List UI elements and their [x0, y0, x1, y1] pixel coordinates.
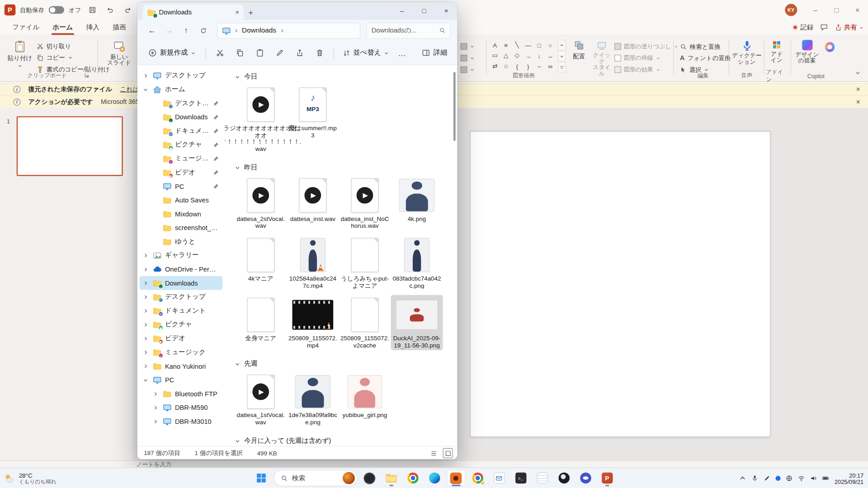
design-ideas-button[interactable]: デザインの提案 — [793, 38, 821, 64]
powerpoint-icon[interactable]: P — [598, 470, 617, 487]
details-pane-button[interactable]: 詳細 — [417, 44, 452, 61]
sidebar-item-Bluetooth FTP[interactable]: Bluetooth FTP — [140, 387, 223, 401]
user-avatar[interactable]: KY — [785, 4, 797, 16]
sidebar-item-ミュージック[interactable]: ♪ミュージック — [140, 152, 223, 166]
sidebar-item-Mixdown[interactable]: Mixdown — [140, 207, 223, 221]
shape-tool-icon[interactable]: { — [511, 61, 522, 71]
chevron-right-icon[interactable] — [142, 73, 149, 78]
copy-icon[interactable] — [230, 44, 249, 61]
shape-tool-icon[interactable]: ◇ — [511, 50, 522, 61]
shape-tool-icon[interactable]: ~ — [533, 61, 544, 71]
sidebar-item-ピクチャ[interactable]: ▣ピクチャ — [140, 318, 223, 332]
edge-icon[interactable] — [425, 470, 444, 487]
file-item[interactable]: ♪MP3夏はsummer!!.mp3 — [287, 84, 339, 154]
file-item[interactable]: ▶dattesa_2stVocal.wav — [235, 175, 287, 230]
shape-tool-icon[interactable]: □ — [533, 40, 544, 50]
record-button[interactable]: 記録 — [793, 23, 813, 31]
file-item[interactable]: 1de7e38a09fa9bce.png — [287, 372, 339, 427]
shape-tool-icon[interactable]: — — [523, 40, 533, 50]
explorer-search-input[interactable]: Downloadsの... — [367, 23, 451, 39]
file-item[interactable]: 4k.png — [391, 175, 443, 230]
more-options-icon[interactable]: … — [394, 44, 410, 61]
breadcrumb-item-downloads[interactable]: Downloads — [242, 27, 276, 34]
shape-tool-icon[interactable]: → — [523, 50, 533, 61]
file-item[interactable]: 4kマニア — [235, 235, 287, 290]
sidebar-item-Auto Saves[interactable]: Auto Saves — [140, 193, 223, 207]
search-icon[interactable] — [439, 27, 446, 34]
back-button[interactable]: ← — [144, 23, 159, 38]
dictation-button[interactable]: ディクテーション — [732, 38, 762, 65]
autosave-toggle[interactable] — [49, 6, 64, 14]
notes-bar[interactable]: ノートを入力 — [0, 460, 868, 468]
file-item[interactable]: 102584a8ea0c247c.mp4 — [287, 235, 339, 290]
ppt-minimize-button[interactable]: – — [805, 0, 826, 20]
chevron-right-icon[interactable] — [142, 363, 149, 369]
ribbon-tab-挿入[interactable]: 挿入 — [80, 20, 106, 35]
notification-close-icon[interactable]: × — [856, 98, 860, 106]
explorer-minimize-button[interactable]: – — [391, 2, 413, 20]
chevron-right-icon[interactable] — [142, 280, 149, 286]
chevron-up-icon[interactable] — [739, 475, 746, 482]
sidebar-item-ピクチャ[interactable]: ▣ピクチャ — [140, 138, 223, 152]
convert-smartart-button[interactable] — [461, 64, 475, 75]
share-button[interactable]: 共有 — [835, 23, 864, 31]
file-item[interactable]: DuckAI_2025-09-19_11-56-30.png — [391, 295, 443, 350]
start-button-icon[interactable] — [252, 470, 271, 487]
ppt-close-button[interactable]: × — [847, 0, 868, 20]
shape-tool-icon[interactable]: ∞ — [545, 61, 556, 71]
discord-icon[interactable] — [576, 470, 595, 487]
sidebar-item-デスクトップ[interactable]: デスクトップ — [140, 69, 223, 83]
tab-close-icon[interactable]: × — [235, 8, 239, 16]
sidebar-item-DBR-M590[interactable]: DBR-M590 — [140, 401, 223, 415]
file-item[interactable]: 250809_1155072.v2cache — [339, 295, 391, 350]
taskbar-clock[interactable]: 20:17 2025/09/21 — [835, 472, 863, 485]
wifi-icon[interactable] — [798, 475, 805, 482]
sidebar-item-OneDrive - Personal[interactable]: OneDrive - Personal — [140, 262, 223, 276]
slide-thumbnail[interactable] — [17, 116, 123, 176]
slide-canvas[interactable] — [470, 131, 771, 437]
file-item[interactable]: ▶dattesa_inst_NoChorus.wav — [339, 175, 391, 230]
sidebar-item-Downloads[interactable]: ↓Downloads — [140, 276, 223, 290]
quick-styles-button[interactable]: クイックスタイル — [590, 38, 613, 76]
sidebar-item-ドキュメント[interactable]: ≡ドキュメント — [140, 304, 223, 318]
find-replace-button[interactable]: 検索と置換 — [680, 41, 721, 52]
bing-daily-icon[interactable] — [342, 472, 354, 484]
thumbnail-view-icon[interactable] — [443, 448, 453, 458]
breadcrumb[interactable]: Downloads — [217, 23, 360, 39]
save-icon[interactable] — [85, 3, 99, 16]
shape-outline-button[interactable]: 図形の枠線 — [614, 52, 660, 63]
shape-tool-icon[interactable]: ▭ — [489, 50, 500, 61]
redo-icon[interactable] — [121, 3, 134, 16]
ribbon-collapse-icon[interactable] — [855, 70, 862, 76]
sidebar-item-PC[interactable]: PC — [140, 179, 223, 193]
copilot-icon[interactable] — [360, 470, 379, 487]
file-item[interactable]: ▶ラジオオオオオオオオオオオオオ！！！！！！！！！！！！.wav — [235, 84, 287, 154]
sidebar-item-ミュージック[interactable]: ♪ミュージック — [140, 345, 223, 359]
chevron-right-icon[interactable] — [152, 391, 160, 396]
undo-icon[interactable] — [103, 3, 116, 16]
sidebar-item-ドキュメント[interactable]: ≡ドキュメント — [140, 124, 223, 138]
battery-icon[interactable] — [822, 475, 830, 482]
capture-tool-icon[interactable] — [447, 470, 466, 487]
scrollbar-thumb[interactable] — [453, 72, 456, 141]
shape-tool-icon[interactable]: ⇄ — [489, 61, 500, 71]
sidebar-item-ビデオ[interactable]: ▶ビデオ — [140, 331, 223, 345]
shapes-gallery-scroll[interactable] — [558, 40, 566, 72]
refresh-button[interactable] — [195, 23, 211, 38]
file-item[interactable]: うしろみちゃput-よマニア — [339, 235, 391, 290]
sidebar-item-Kano Yukinori[interactable]: Kano Yukinori — [140, 359, 223, 373]
chevron-right-icon[interactable] — [152, 418, 160, 424]
chrome-profile-icon[interactable] — [468, 470, 487, 487]
gallery-more-icon[interactable] — [558, 62, 566, 72]
chevron-right-icon[interactable] — [152, 405, 160, 410]
shape-fill-button[interactable]: 図形の塗りつぶし — [614, 41, 678, 52]
paste-icon[interactable] — [250, 44, 269, 61]
chevron-right-icon[interactable] — [142, 294, 149, 300]
weather-widget[interactable]: 28°C くもりのち晴れ — [3, 468, 56, 488]
notification-close-icon[interactable]: × — [856, 85, 860, 94]
forward-button[interactable]: → — [161, 23, 176, 38]
shape-tool-icon[interactable]: } — [523, 61, 533, 71]
sidebar-item-Downloads[interactable]: ↓Downloads — [140, 110, 223, 124]
sidebar-item-DBR-M3010[interactable]: DBR-M3010 — [140, 414, 223, 428]
mic-icon[interactable] — [751, 475, 759, 482]
